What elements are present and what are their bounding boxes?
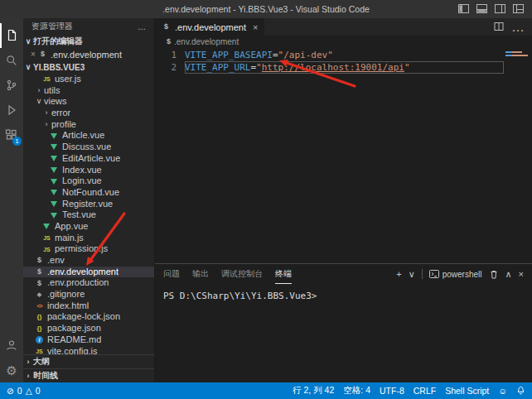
file-row[interactable]: JSmain.js: [23, 233, 154, 244]
file-row[interactable]: NotFound.vue: [23, 187, 154, 199]
file-row[interactable]: Login.vue: [23, 175, 154, 187]
terminal-output[interactable]: PS D:\CSharp\Yi\Yi.BBS.Vue3>: [155, 284, 532, 382]
file-name: permission.js: [55, 243, 108, 255]
run-debug-icon[interactable]: [0, 98, 23, 123]
file-row[interactable]: JSpermission.js: [23, 243, 154, 255]
new-terminal-icon[interactable]: +: [396, 269, 401, 279]
file-row[interactable]: JSvite.config.js: [23, 346, 154, 355]
more-actions-icon[interactable]: …: [511, 20, 525, 35]
problems-status[interactable]: ⊘ 0 △ 0: [7, 386, 41, 396]
file-row[interactable]: JSuser.js: [23, 74, 154, 85]
vue-file-icon: [51, 213, 57, 219]
panel-tab[interactable]: 调试控制台: [221, 264, 263, 284]
file-row[interactable]: $.env.production: [23, 277, 154, 289]
cursor-position[interactable]: 行 2, 列 42: [293, 385, 334, 397]
project-header[interactable]: ∨ YI.BBS.VUE3: [23, 60, 154, 74]
panel-header: 问题输出调试控制台终端 + ∨ powershell ∧ ×: [155, 264, 532, 284]
file-name: views: [44, 96, 67, 108]
folder-row[interactable]: ›error: [23, 108, 154, 119]
terminal-shell-item[interactable]: powershell: [429, 269, 482, 279]
timeline-section[interactable]: › 时间线: [23, 368, 154, 382]
close-icon[interactable]: ×: [28, 50, 38, 59]
file-row[interactable]: Test.vue: [23, 209, 154, 221]
split-editor-icon[interactable]: [494, 20, 504, 35]
folder-row[interactable]: ›utils: [23, 85, 154, 97]
outline-section[interactable]: › 大纲: [23, 354, 154, 368]
vue-file-icon: [51, 133, 57, 139]
customize-layout-icon[interactable]: [513, 2, 524, 17]
vue-file-icon: [51, 201, 57, 207]
notifications-bell-icon[interactable]: [516, 386, 525, 396]
file-row[interactable]: $.env.development: [23, 267, 154, 278]
settings-gear-icon[interactable]: ⚙: [0, 358, 23, 382]
file-row[interactable]: EditArticle.vue: [23, 153, 154, 165]
file-row[interactable]: App.vue: [23, 221, 154, 233]
panel-tab[interactable]: 问题: [163, 264, 180, 284]
open-editors-header[interactable]: ∨ 打开的编辑器: [23, 35, 154, 48]
file-name: Article.vue: [62, 130, 104, 142]
folder-row[interactable]: ∨views: [23, 96, 154, 108]
tab-env-development[interactable]: $ .env.development ×: [155, 18, 264, 36]
file-name: EditArticle.vue: [62, 153, 120, 165]
close-panel-icon[interactable]: ×: [519, 269, 524, 279]
extensions-icon[interactable]: 1: [0, 123, 23, 147]
panel-tab[interactable]: 终端: [275, 264, 292, 284]
toggle-panel-icon[interactable]: [476, 2, 487, 17]
toggle-secondary-sidebar-icon[interactable]: [495, 2, 505, 17]
html-file-icon: <>: [35, 303, 44, 309]
editor-actions: …: [494, 18, 532, 36]
separator: [422, 269, 423, 279]
toggle-sidebar-icon[interactable]: [458, 2, 469, 17]
encoding[interactable]: UTF-8: [380, 386, 404, 396]
shell-file-icon: $: [35, 257, 44, 264]
breadcrumb[interactable]: $ .env.development: [155, 36, 532, 47]
js-file-icon: JS: [42, 247, 51, 252]
file-row[interactable]: {}package-lock.json: [23, 311, 154, 323]
file-row[interactable]: $.env: [23, 255, 154, 267]
kill-terminal-icon[interactable]: [489, 269, 499, 280]
file-row[interactable]: {}package.json: [23, 323, 154, 334]
code-line[interactable]: 1VITE_APP_BASEAPI="/api-dev": [155, 49, 504, 61]
explorer-icon[interactable]: [0, 23, 23, 48]
file-row[interactable]: Register.vue: [23, 199, 154, 210]
search-icon[interactable]: [0, 48, 23, 73]
file-name: Index.vue: [62, 165, 102, 176]
minimap[interactable]: [504, 47, 532, 263]
file-name: README.md: [47, 334, 101, 346]
open-editor-item[interactable]: × $ .env.development: [23, 48, 154, 60]
powershell-icon: [429, 269, 439, 279]
tab-bar: $ .env.development × …: [155, 18, 532, 36]
file-row[interactable]: <>index.html: [23, 300, 154, 312]
file-row[interactable]: Article.vue: [23, 130, 154, 142]
open-editor-name: .env.development: [51, 50, 122, 60]
maximize-panel-icon[interactable]: ∧: [505, 269, 512, 280]
file-row[interactable]: ◆.gitignore: [23, 289, 154, 300]
file-row[interactable]: iREADME.md: [23, 334, 154, 346]
vue-file-icon: [51, 179, 57, 185]
more-actions-icon[interactable]: …: [138, 22, 146, 31]
chevron-down-icon[interactable]: ∨: [409, 269, 415, 280]
folder-row[interactable]: ›profile: [23, 119, 154, 131]
file-name: index.html: [47, 300, 89, 312]
js-file-icon: JS: [35, 349, 44, 354]
account-icon[interactable]: [0, 333, 23, 358]
indentation[interactable]: 空格: 4: [343, 385, 370, 397]
close-icon[interactable]: ×: [253, 22, 258, 32]
vue-file-icon: [51, 156, 57, 161]
chevron-down-icon: ∨: [23, 63, 33, 71]
vue-file-icon: [43, 224, 50, 229]
file-name: main.js: [55, 233, 84, 244]
feedback-smiley-icon[interactable]: ☺: [498, 386, 507, 396]
file-row[interactable]: Index.vue: [23, 165, 154, 176]
shell-file-icon: $: [167, 38, 171, 46]
project-name: YI.BBS.VUE3: [33, 63, 85, 72]
source-control-icon[interactable]: [0, 73, 23, 98]
code-line[interactable]: 2VITE_APP_URL="http://localhost:19001/ap…: [155, 61, 504, 74]
panel-tab[interactable]: 输出: [192, 264, 209, 284]
language-mode[interactable]: Shell Script: [445, 386, 489, 396]
file-row[interactable]: Discuss.vue: [23, 142, 154, 153]
eol[interactable]: CRLF: [414, 386, 436, 396]
code-editor[interactable]: 1VITE_APP_BASEAPI="/api-dev"2VITE_APP_UR…: [155, 47, 532, 263]
line-number: 2: [155, 61, 185, 74]
status-right: 行 2, 列 42 空格: 4 UTF-8 CRLF Shell Script …: [293, 385, 525, 397]
